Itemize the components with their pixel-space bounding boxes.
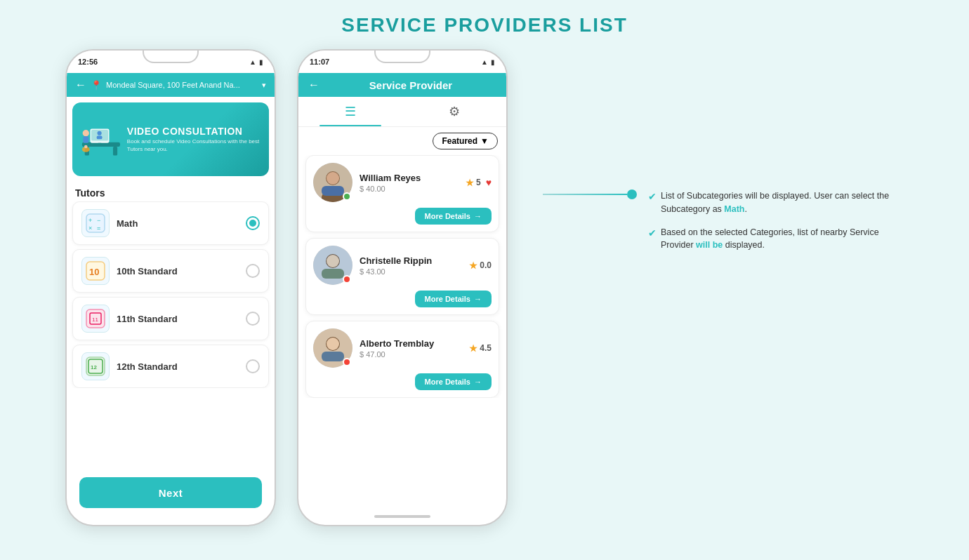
wifi-icon: ▲ — [249, 58, 256, 66]
provider-price-1: $ 40.00 — [360, 185, 459, 193]
svg-text:−: − — [97, 217, 100, 224]
svg-text:10: 10 — [89, 267, 99, 277]
svg-rect-6 — [97, 135, 103, 139]
arrow-icon-3: → — [474, 378, 482, 386]
featured-label: Featured — [442, 136, 477, 146]
radio-10th[interactable] — [246, 264, 260, 278]
svg-point-8 — [83, 130, 89, 136]
radio-math[interactable] — [246, 216, 260, 230]
avatar-wrap-2 — [313, 246, 352, 285]
callout-text-2: Based on the selected Categories, list o… — [661, 226, 904, 253]
radio-11th[interactable] — [246, 312, 260, 326]
status-icons-right: ▲ ▮ — [481, 58, 495, 66]
list-item[interactable]: + − × = Math — [72, 201, 269, 245]
status-icons-left: ▲ ▮ — [249, 58, 263, 66]
provider-info-1: William Reyes $ 40.00 — [360, 173, 459, 193]
svg-point-32 — [327, 255, 339, 267]
svg-rect-7 — [98, 142, 101, 144]
provider-price-3: $ 47.00 — [360, 350, 462, 359]
more-details-label-2: More Details — [425, 295, 470, 303]
category-list: + − × = Math 10 10th Standard — [67, 201, 275, 388]
provider-price-2: $ 43.00 — [360, 267, 462, 276]
category-icon-10th: 10 — [81, 257, 110, 285]
banner-subtitle: Book and schedule Video Consultations wi… — [127, 138, 262, 153]
category-name-11th: 11th Standard — [117, 314, 239, 324]
list-icon: ☰ — [345, 104, 356, 119]
phone-left: 12:56 ▲ ▮ ← 📍 Mondeal Square, 100 Feet A… — [65, 49, 276, 526]
heart-icon-1[interactable]: ♥ — [486, 177, 492, 188]
category-icon-11th: 11 — [81, 305, 110, 333]
connector-line — [543, 194, 627, 195]
online-dot-3 — [343, 358, 351, 366]
svg-rect-2 — [113, 147, 117, 155]
featured-button[interactable]: Featured ▼ — [433, 133, 498, 149]
svg-rect-37 — [322, 352, 344, 361]
category-name-12th: 12th Standard — [117, 361, 239, 372]
category-name-10th: 10th Standard — [117, 266, 239, 276]
list-item[interactable]: 12 12th Standard — [72, 345, 269, 388]
provider-card: Alberto Tremblay $ 47.00 ★ 4.5 More Deta… — [305, 321, 499, 398]
tab-filter[interactable]: ⚙ — [402, 97, 506, 126]
arrow-icon-1: → — [474, 212, 482, 220]
connector-dot — [627, 189, 637, 199]
star-icon-2: ★ — [469, 260, 477, 271]
avatar-wrap-1 — [313, 163, 352, 202]
location-text: Mondeal Square, 100 Feet Anand Na... — [106, 81, 258, 89]
more-details-button-2[interactable]: More Details → — [415, 291, 492, 307]
list-item[interactable]: 11 11th Standard — [72, 297, 269, 340]
provider-info-3: Alberto Tremblay $ 47.00 — [360, 338, 462, 359]
tabs-row: ☰ ⚙ — [298, 97, 506, 127]
rating-value-3: 4.5 — [480, 343, 492, 353]
list-item[interactable]: 10 10th Standard — [72, 249, 269, 293]
provider-name-2: Christelle Rippin — [360, 255, 462, 266]
rating-value-2: 0.0 — [480, 260, 492, 270]
filter-row: Featured ▼ — [298, 127, 506, 155]
next-button[interactable]: Next — [79, 477, 262, 508]
back-icon-left[interactable]: ← — [75, 79, 86, 91]
provider-name-1: William Reyes — [360, 173, 459, 183]
notch-right — [374, 51, 430, 63]
provider-rating-2: ★ 0.0 — [469, 260, 492, 271]
check-icon-1: ✔ — [648, 191, 657, 202]
online-dot-1 — [343, 192, 351, 201]
callout-item-1: ✔ List of Subcategories will be displaye… — [648, 189, 904, 216]
chevron-down-icon[interactable]: ▾ — [262, 81, 266, 90]
banner: VIDEO CONSULTATION Book and schedule Vid… — [72, 102, 269, 176]
provider-card: William Reyes $ 40.00 ★ 5 ♥ More Details… — [305, 155, 499, 232]
provider-name-3: Alberto Tremblay — [360, 338, 462, 349]
svg-point-28 — [327, 172, 339, 185]
more-details-label-1: More Details — [425, 212, 470, 220]
arrow-icon-2: → — [474, 295, 482, 303]
online-dot-2 — [343, 275, 351, 284]
screen-title: Service Provider — [325, 79, 496, 91]
left-phone-header: ← 📍 Mondeal Square, 100 Feet Anand Na...… — [67, 73, 275, 97]
more-details-button-3[interactable]: More Details → — [415, 373, 492, 390]
battery-icon: ▮ — [259, 58, 263, 66]
category-icon-12th: 12 — [81, 352, 110, 380]
avatar-wrap-3 — [313, 328, 352, 368]
phone-right: 11:07 ▲ ▮ ← Service Provider ☰ ⚙ Feature… — [297, 49, 508, 526]
notch-left — [143, 51, 199, 63]
location-pin-icon: 📍 — [91, 80, 102, 91]
svg-text:12: 12 — [91, 364, 97, 371]
svg-text:=: = — [97, 225, 100, 232]
callout-text-1: List of Subcategories will be displayed.… — [661, 189, 904, 216]
back-icon-right[interactable]: ← — [308, 79, 319, 91]
provider-info-2: Christelle Rippin $ 43.00 — [360, 255, 462, 276]
featured-chevron-icon: ▼ — [480, 136, 489, 146]
svg-rect-9 — [83, 136, 88, 142]
provider-card: Christelle Rippin $ 43.00 ★ 0.0 More Det… — [305, 238, 499, 315]
more-details-button-1[interactable]: More Details → — [415, 208, 492, 225]
check-icon-2: ✔ — [648, 227, 657, 239]
home-bar-right — [374, 515, 430, 518]
svg-rect-29 — [322, 186, 344, 196]
svg-point-5 — [98, 131, 102, 135]
tab-list[interactable]: ☰ — [298, 97, 402, 126]
time-left: 12:56 — [78, 58, 98, 66]
next-button-wrap: Next — [67, 477, 275, 508]
filter-icon: ⚙ — [449, 104, 460, 119]
time-right: 11:07 — [310, 58, 329, 66]
star-icon-3: ★ — [469, 343, 477, 354]
radio-12th[interactable] — [246, 359, 260, 373]
callout-item-2: ✔ Based on the selected Categories, list… — [648, 226, 904, 253]
